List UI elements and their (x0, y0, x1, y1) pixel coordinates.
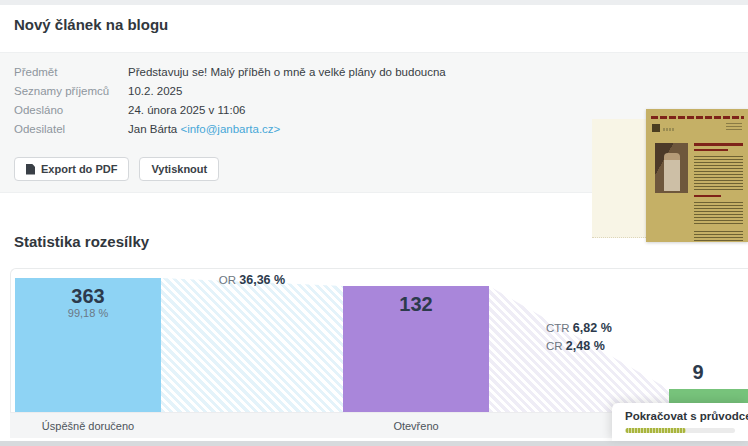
funnel-transition-open-rate (161, 278, 343, 412)
print-button[interactable]: Vytisknout (139, 157, 219, 181)
delivered-percent: 99,18 % (15, 307, 161, 319)
recipient-lists-label: Seznamy příjemců (14, 84, 128, 99)
subject-row: PředmětPředstavuju se! Malý příběh o mně… (14, 65, 446, 80)
funnel-bar-delivered: 363 99,18 % (15, 278, 161, 412)
sender-label: Odesilatel (14, 122, 128, 137)
subject-value: Představuju se! Malý příběh o mně a velk… (128, 66, 446, 78)
guide-progress-fill (625, 428, 686, 433)
print-label: Vytisknout (151, 163, 207, 175)
sent-date-value: 24. února 2025 v 11:06 (128, 104, 245, 116)
sender-name: Jan Bárta (128, 123, 180, 135)
open-rate-annotation: OR 36,36 % (161, 273, 343, 287)
continue-with-guide-button[interactable]: Pokračovat s průvodcem (612, 403, 748, 441)
newsletter-thumbnail[interactable] (592, 109, 748, 242)
export-pdf-label: Export do PDF (41, 163, 117, 175)
newsletter-portrait-photo (655, 143, 688, 193)
newsletter-logo-text-placeholder (663, 128, 675, 131)
newsletter-body-text-placeholder (694, 143, 743, 242)
ctr-value: 6,82 % (573, 321, 612, 335)
sender-row: OdesilatelJan Bárta <info@janbarta.cz> (14, 122, 280, 137)
guide-progress-bar (625, 428, 735, 433)
stats-section-title: Statistika rozesílky (14, 233, 149, 250)
open-rate-value: 36,36 % (239, 273, 285, 287)
page-title: Nový článek na blogu (14, 16, 168, 33)
newsletter-address-placeholder (726, 123, 742, 130)
sent-date-row: Odesláno24. února 2025 v 11:06 (14, 103, 245, 118)
continue-with-guide-label: Pokračovat s průvodcem (625, 410, 748, 422)
open-rate-label: OR (219, 274, 236, 286)
top-edge-strip (0, 0, 748, 5)
cr-label: CR (546, 340, 563, 352)
newsletter-thumbnail-page (646, 109, 748, 242)
export-pdf-button[interactable]: Export do PDF (14, 157, 129, 181)
subject-label: Předmět (14, 65, 128, 80)
ctr-annotation: CTR 6,82 % (546, 321, 612, 335)
campaign-info-panel: PředmětPředstavuju se! Malý příběh o mně… (0, 52, 748, 193)
newsletter-thumbnail-background (592, 119, 646, 238)
ctr-label: CTR (546, 322, 570, 334)
sent-date-label: Odesláno (14, 103, 128, 118)
recipient-lists-value: 10.2. 2025 (128, 85, 182, 97)
clicked-value: 9 (669, 361, 727, 384)
delivered-stage-label: Úspěšně doručeno (15, 413, 161, 439)
action-buttons: Export do PDF Vytisknout (14, 157, 219, 181)
newsletter-logo (652, 124, 660, 132)
cr-annotation: CR 2,48 % (546, 339, 605, 353)
newsletter-headline-placeholder (651, 116, 744, 119)
funnel-bar-opened: 132 (343, 286, 489, 412)
cr-value: 2,48 % (566, 339, 605, 353)
opened-value: 132 (343, 286, 489, 315)
recipient-lists-row: Seznamy příjemců10.2. 2025 (14, 84, 182, 99)
opened-stage-label: Otevřeno (343, 413, 489, 439)
pdf-document-icon (26, 164, 35, 175)
sender-email-link[interactable]: <info@janbarta.cz> (180, 123, 280, 135)
bottom-edge-strip (0, 441, 748, 446)
delivered-value: 363 (15, 278, 161, 307)
